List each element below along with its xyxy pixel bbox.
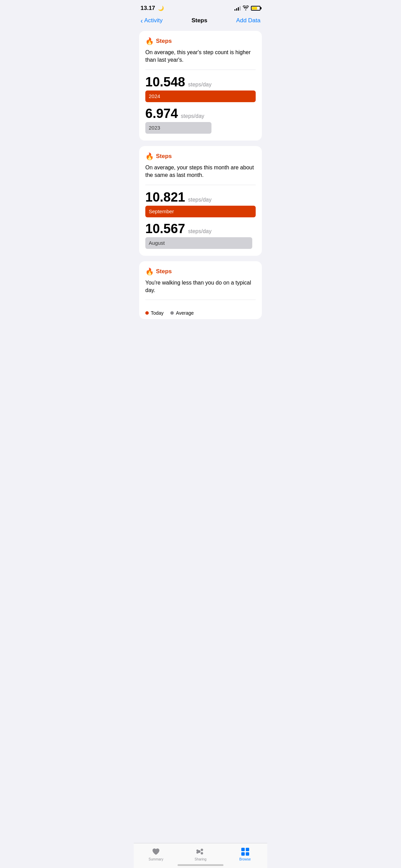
content-area: 🔥 Steps On average, this year's step cou… bbox=[134, 28, 267, 362]
stat-bar-september: September bbox=[145, 206, 256, 217]
stat-value-august: 10.567 steps/day bbox=[145, 222, 256, 235]
divider-2 bbox=[145, 185, 256, 185]
stat-bar-container-2024: 2024 bbox=[145, 91, 256, 102]
back-label: Activity bbox=[144, 17, 163, 24]
stat-block-september: 10.821 steps/day September bbox=[145, 191, 256, 217]
card-header-monthly: 🔥 Steps bbox=[145, 152, 256, 160]
legend-label-today: Today bbox=[151, 310, 163, 316]
legend-dot-average bbox=[170, 311, 174, 315]
stat-block-2023: 6.974 steps/day 2023 bbox=[145, 107, 256, 134]
legend-dot-today bbox=[145, 311, 149, 315]
status-time: 13.17 bbox=[141, 5, 155, 12]
stat-bar-container-2023: 2023 bbox=[145, 122, 256, 134]
nav-bar: ‹ Activity Steps Add Data bbox=[134, 14, 267, 28]
stat-block-august: 10.567 steps/day August bbox=[145, 222, 256, 249]
wifi-icon bbox=[243, 5, 249, 11]
card-header-yearly: 🔥 Steps bbox=[145, 37, 256, 45]
card-title-2: Steps bbox=[156, 153, 172, 160]
card-monthly: 🔥 Steps On average, your steps this mont… bbox=[139, 146, 262, 256]
card-yearly: 🔥 Steps On average, this year's step cou… bbox=[139, 31, 262, 141]
stat-bar-container-august: August bbox=[145, 237, 256, 249]
back-button[interactable]: ‹ Activity bbox=[141, 17, 163, 24]
card-today: 🔥 Steps You're walking less than you do … bbox=[139, 261, 262, 320]
divider-1 bbox=[145, 70, 256, 70]
page-title: Steps bbox=[192, 17, 207, 24]
fire-icon-2: 🔥 bbox=[145, 152, 154, 160]
card-description-1: On average, this year's step count is hi… bbox=[145, 49, 256, 64]
stat-value-2023: 6.974 steps/day bbox=[145, 107, 256, 120]
card-header-today: 🔥 Steps bbox=[145, 267, 256, 276]
stat-bar-august: August bbox=[145, 237, 252, 249]
divider-3 bbox=[145, 300, 256, 300]
fire-icon-3: 🔥 bbox=[145, 267, 154, 276]
card-title-3: Steps bbox=[156, 268, 172, 275]
stat-bar-2024: 2024 bbox=[145, 91, 256, 102]
status-icons bbox=[234, 5, 260, 11]
add-data-button[interactable]: Add Data bbox=[236, 17, 260, 24]
fire-icon-1: 🔥 bbox=[145, 37, 154, 45]
card-title-1: Steps bbox=[156, 38, 172, 45]
signal-bars bbox=[234, 6, 241, 11]
stat-block-2024: 10.548 steps/day 2024 bbox=[145, 75, 256, 102]
legend-label-average: Average bbox=[176, 310, 194, 316]
legend-today: Today bbox=[145, 310, 163, 316]
stat-bar-container-september: September bbox=[145, 206, 256, 217]
card-description-2: On average, your steps this month are ab… bbox=[145, 164, 256, 179]
card-description-3: You're walking less than you do on a typ… bbox=[145, 279, 256, 294]
stat-value-2024: 10.548 steps/day bbox=[145, 75, 256, 88]
status-bar: 13.17 🌙 bbox=[134, 0, 267, 14]
back-chevron-icon: ‹ bbox=[141, 17, 143, 24]
stat-value-september: 10.821 steps/day bbox=[145, 191, 256, 204]
moon-icon: 🌙 bbox=[158, 5, 164, 11]
battery-icon bbox=[251, 6, 260, 11]
chart-legend: Today Average bbox=[145, 305, 256, 319]
legend-average: Average bbox=[170, 310, 194, 316]
stat-bar-2023: 2023 bbox=[145, 122, 211, 134]
